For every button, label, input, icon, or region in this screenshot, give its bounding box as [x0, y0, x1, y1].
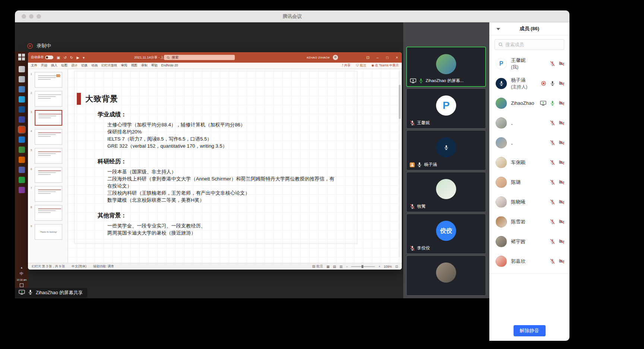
taskbar-app-icon-9[interactable]	[19, 147, 25, 153]
undo-icon[interactable]: ↺	[63, 56, 66, 60]
ribbon-tab-5[interactable]: 设计	[71, 63, 78, 68]
thumbnail-preview[interactable]	[35, 129, 62, 145]
ribbon-tab-3[interactable]: 插入	[51, 63, 57, 68]
ribbon-tab-8[interactable]: 幻灯片放映	[101, 63, 117, 68]
thumbnail-preview[interactable]	[35, 72, 62, 88]
video-tile-牧荑[interactable]: 牧荑	[406, 172, 486, 212]
taskbar-app-icon-12[interactable]	[19, 177, 25, 183]
video-tile-partial[interactable]	[406, 255, 486, 296]
member-row-4[interactable]: 。	[489, 113, 569, 133]
slide-sorter-view-icon[interactable]: ▤	[333, 265, 336, 268]
slide-thumbnail-6[interactable]: 6	[28, 167, 67, 183]
video-tile-杨子涵[interactable]: 杨子涵	[406, 130, 486, 170]
unmute-button[interactable]: 解除静音	[514, 325, 546, 336]
save-icon[interactable]: ▣	[57, 56, 60, 60]
ribbon-tab-13[interactable]: EndNote 20	[161, 63, 178, 68]
taskbar-clock[interactable]: 10:16 am	[16, 279, 26, 281]
autosave-control[interactable]: 自动保存	[31, 55, 53, 60]
taskbar-app-icon-11[interactable]	[19, 167, 25, 173]
ppt-restore-button[interactable]: □	[382, 52, 392, 63]
slide-thumbnail-5[interactable]: 5	[28, 148, 67, 164]
thumbnail-preview[interactable]: Thanks for listening!	[35, 224, 62, 240]
taskbar-app-icon-1[interactable]	[19, 66, 25, 72]
ribbon-tab-2[interactable]: 开始	[41, 63, 47, 68]
share-button[interactable]: ⤴ 共享	[342, 63, 351, 68]
taskbar-app-icon-13[interactable]	[19, 187, 25, 193]
thumbnail-preview[interactable]	[35, 186, 62, 202]
reading-view-icon[interactable]: ▥	[340, 265, 343, 268]
zoom-slider[interactable]	[351, 266, 375, 267]
ribbon-tab-9[interactable]: 审阅	[121, 63, 127, 68]
member-row-6[interactable]: 车俐颖	[489, 153, 569, 172]
taskbar-app-icon-8[interactable]	[19, 136, 25, 143]
thumbnail-preview[interactable]	[35, 110, 62, 126]
quick-access-dropdown-icon[interactable]: ▾	[83, 56, 85, 60]
slide-thumbnail-4[interactable]: 4	[28, 129, 67, 145]
member-row-5[interactable]: 。	[489, 133, 569, 153]
ribbon-tab-6[interactable]: 切换	[81, 63, 88, 68]
zoom-window-button[interactable]	[37, 14, 41, 19]
ribbon-tab-10[interactable]: 视图	[131, 63, 138, 68]
member-row-7[interactable]: 陈璐	[489, 172, 569, 192]
slide-thumbnail-9[interactable]: 9Thanks for listening!	[28, 224, 67, 240]
taskbar-app-icon-5[interactable]	[19, 106, 25, 113]
taskbar-app-icon-7[interactable]	[19, 126, 25, 133]
ppt-minimize-button[interactable]: –	[373, 52, 382, 63]
autosave-toggle[interactable]	[45, 56, 53, 59]
slide-thumbnail-7[interactable]: 7	[28, 186, 67, 202]
video-tile-王馨妮[interactable]: P王馨妮	[406, 88, 486, 129]
member-row-3[interactable]: ZihaoZhao	[489, 93, 569, 113]
language-status[interactable]: 中文(简体)	[72, 264, 86, 269]
member-search-box[interactable]	[495, 39, 564, 50]
zoom-out-icon[interactable]: −	[346, 265, 348, 268]
taskbar-app-icon-10[interactable]	[19, 157, 25, 163]
comments-button[interactable]: 🗨 批注	[356, 63, 366, 68]
taskbar-app-icon-3[interactable]	[19, 86, 25, 92]
slide-thumbnail-1[interactable]: 1	[28, 72, 67, 88]
thumbnail-preview[interactable]	[35, 91, 62, 107]
ppt-search-box[interactable]: 搜索	[164, 55, 235, 60]
member-search-input[interactable]	[505, 42, 561, 47]
taskbar-app-icon-6[interactable]	[19, 116, 25, 123]
member-row-11[interactable]: 郭嘉欣	[489, 251, 569, 271]
ribbon-tab-7[interactable]: 动画	[91, 63, 98, 68]
slide-thumbnail-3[interactable]: 3	[28, 110, 67, 126]
close-window-button[interactable]	[22, 14, 26, 19]
taskbar-app-icon-2[interactable]	[19, 76, 25, 82]
windows-logo-icon[interactable]	[18, 54, 25, 60]
accessibility-status[interactable]: 辅助功能: 调查	[93, 264, 114, 269]
normal-view-icon[interactable]: ▦	[326, 265, 330, 268]
ribbon-display-icon[interactable]: ⊡	[363, 52, 373, 63]
taskbar-app-icon-4[interactable]	[19, 96, 25, 103]
member-row-9[interactable]: 陈雪岩	[489, 212, 569, 232]
collapse-panel-icon[interactable]	[496, 28, 500, 30]
ribbon-tab-11[interactable]: 录制	[141, 63, 148, 68]
fit-slide-icon[interactable]: ⊡	[395, 265, 398, 268]
thumbnail-preview[interactable]	[35, 205, 62, 221]
account-avatar[interactable]	[333, 55, 338, 60]
thumbnail-preview[interactable]	[35, 148, 62, 164]
minimize-window-button[interactable]	[29, 14, 34, 19]
member-row-2[interactable]: 杨子涵(主持人)	[489, 73, 569, 93]
zoom-in-icon[interactable]: +	[378, 265, 380, 268]
zoom-level[interactable]: 109%	[384, 265, 392, 268]
thumbnail-preview[interactable]	[35, 167, 62, 183]
redo-icon[interactable]: ↻	[70, 56, 73, 60]
slide-thumbnail-8[interactable]: 8	[28, 205, 67, 221]
ime-indicator[interactable]: 中	[20, 271, 23, 276]
member-row-8[interactable]: 陈晓曦	[489, 192, 569, 212]
present-icon[interactable]: ▶	[76, 56, 79, 60]
tray-expand-icon[interactable]: ▲	[20, 266, 23, 269]
ribbon-tab-1[interactable]: 文件	[31, 63, 37, 68]
ribbon-tab-12[interactable]: 帮助	[151, 63, 158, 68]
member-row-10[interactable]: 褚宇茜	[489, 232, 569, 251]
slide-thumbnail-2[interactable]: 2	[28, 91, 67, 107]
ppt-close-button[interactable]: ×	[392, 52, 402, 63]
ribbon-tab-4[interactable]: 绘图	[61, 63, 67, 68]
present-in-teams-button[interactable]: ◉ 在 Teams 中展示	[371, 63, 399, 68]
notes-button[interactable]: ▤ 批注	[312, 264, 323, 269]
video-tile-李佼佼[interactable]: 佼佼李佼佼	[406, 214, 486, 254]
notification-center-icon[interactable]	[20, 283, 23, 287]
member-row-1[interactable]: P王馨妮(我)	[489, 54, 569, 73]
video-tile-ZihaoZhao 的屏幕...[interactable]: ZihaoZhao 的屏幕...	[406, 47, 486, 87]
